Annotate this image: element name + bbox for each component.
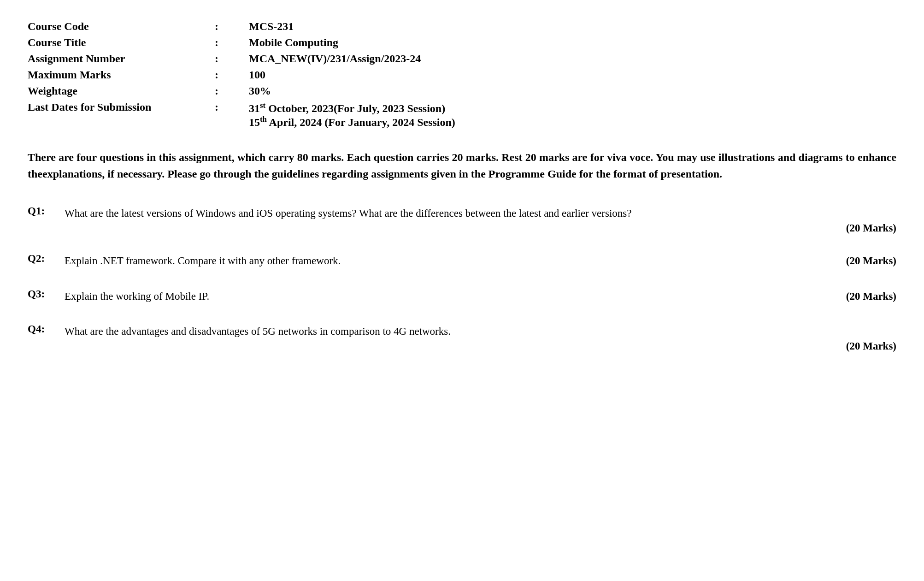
course-title-colon: : [203,35,230,51]
question-4-label: Q4: [28,323,65,352]
last-date-1: 31st October, 2023(For July, 2023 Sessio… [249,101,896,115]
last-dates-value: 31st October, 2023(For July, 2023 Sessio… [230,99,896,130]
assignment-number-row: Assignment Number : MCA_NEW(IV)/231/Assi… [28,51,896,67]
question-4-text: What are the advantages and disadvantage… [65,323,896,340]
question-1-content: What are the latest versions of Windows … [65,205,896,234]
assignment-number-colon: : [203,51,230,67]
question-4-row: Q4: What are the advantages and disadvan… [28,323,896,352]
question-2-row: Q2: Explain .NET framework. Compare it w… [28,253,896,270]
question-2-text: Explain .NET framework. Compare it with … [65,253,896,270]
question-2-content: Explain .NET framework. Compare it with … [65,253,896,270]
question-1-label: Q1: [28,205,65,234]
maximum-marks-colon: : [203,67,230,83]
last-date-1-rest: October, 2023(For July, 2023 Session) [265,102,445,114]
last-date-2-number: 15 [249,116,260,128]
last-date-2-sup: th [260,115,267,124]
question-1-row: Q1: What are the latest versions of Wind… [28,205,896,234]
course-code-row: Course Code : MCS-231 [28,18,896,35]
question-1-marks: (20 Marks) [65,222,896,234]
intro-paragraph: There are four questions in this assignm… [28,149,896,182]
maximum-marks-label: Maximum Marks [28,67,203,83]
maximum-marks-row: Maximum Marks : 100 [28,67,896,83]
question-4-content: What are the advantages and disadvantage… [65,323,896,352]
course-title-label: Course Title [28,35,203,51]
info-table: Course Code : MCS-231 Course Title : Mob… [28,18,896,130]
maximum-marks-value: 100 [230,67,896,83]
assignment-number-label: Assignment Number [28,51,203,67]
last-date-1-sup: st [260,101,265,110]
weightage-colon: : [203,83,230,99]
course-title-value: Mobile Computing [230,35,896,51]
questions-section: Q1: What are the latest versions of Wind… [28,205,896,352]
question-3-row: Q3: Explain the working of Mobile IP. (2… [28,288,896,305]
last-dates-label: Last Dates for Submission [28,99,203,130]
course-code-colon: : [203,18,230,35]
question-3-content: Explain the working of Mobile IP. (20 Ma… [65,288,896,305]
course-title-row: Course Title : Mobile Computing [28,35,896,51]
weightage-label: Weightage [28,83,203,99]
last-dates-row: Last Dates for Submission : 31st October… [28,99,896,130]
question-3-marks: (20 Marks) [846,288,896,305]
course-code-value: MCS-231 [230,18,896,35]
weightage-row: Weightage : 30% [28,83,896,99]
question-3-label: Q3: [28,288,65,305]
course-code-label: Course Code [28,18,203,35]
last-date-2: 15th April, 2024 (For January, 2024 Sess… [249,115,896,129]
question-3-text: Explain the working of Mobile IP. (20 Ma… [65,288,896,305]
question-4-marks: (20 Marks) [65,340,896,352]
question-1-text: What are the latest versions of Windows … [65,205,896,222]
weightage-value: 30% [230,83,896,99]
question-2-marks: (20 Marks) [846,253,896,270]
last-date-2-rest: April, 2024 (For January, 2024 Session) [267,116,455,128]
assignment-number-value: MCA_NEW(IV)/231/Assign/2023-24 [230,51,896,67]
last-dates-colon: : [203,99,230,130]
last-date-1-number: 31 [249,102,260,114]
question-2-label: Q2: [28,253,65,270]
